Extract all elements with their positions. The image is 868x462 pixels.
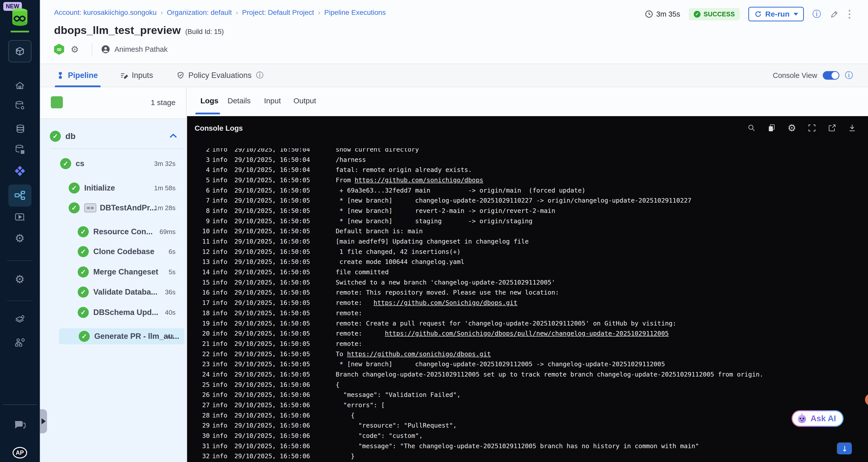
log-tab-logs[interactable]: Logs	[200, 87, 218, 114]
app-root: NEW	[0, 0, 868, 462]
execution-tabbar: Pipeline Inputs Policy Evaluations ⓘ Con…	[40, 64, 868, 87]
step-duration: 3m 32s	[154, 160, 176, 168]
step-group-icon	[84, 203, 96, 212]
log-line: 17info29/10/2025, 16:50:05remote: https:…	[192, 298, 868, 308]
edit-pencil-icon[interactable]	[830, 9, 839, 19]
log-line-number: 30	[192, 432, 210, 439]
tree-item-label: Validate Databa...	[93, 288, 157, 297]
tree-item[interactable]: ✓cs3m 32s	[40, 156, 186, 172]
log-line: 4info29/10/2025, 16:50:04fatal: remote o…	[192, 165, 868, 175]
chevron-up-icon[interactable]	[169, 133, 177, 139]
log-timestamp: 29/10/2025, 16:50:05	[234, 218, 310, 225]
fullscreen-icon[interactable]	[807, 123, 817, 133]
log-timestamp: 29/10/2025, 16:50:05	[234, 187, 310, 194]
tree-item-label: cs	[76, 159, 84, 168]
sidebar-item-db-instances[interactable]	[8, 118, 31, 140]
sidebar-item-settings[interactable]: ⚙	[8, 227, 31, 249]
console-settings-icon[interactable]: ⚙	[787, 123, 797, 133]
breadcrumb-pipeline-executions[interactable]: Pipeline Executions	[324, 8, 386, 16]
log-timestamp: 29/10/2025, 16:50:04	[234, 166, 310, 173]
tree-item[interactable]: ✓Clone Codebase6s	[40, 243, 186, 260]
rerun-button[interactable]: Re-run	[748, 7, 804, 21]
step-duration: 6s	[169, 248, 176, 256]
download-icon[interactable]	[847, 123, 857, 133]
harness-dbops-logo-icon[interactable]	[10, 8, 30, 27]
log-line: 3info29/10/2025, 16:50:04/harness	[192, 155, 868, 165]
toggle-knob	[832, 72, 839, 79]
tree-item-label: Merge Changeset	[93, 267, 158, 276]
breadcrumb-separator: ›	[232, 9, 242, 16]
tree-item[interactable]: ✓DBTestAndPr...1m 28s	[40, 200, 186, 216]
log-line-number: 24	[192, 371, 210, 378]
breadcrumb-organization[interactable]: Organization: default	[167, 8, 231, 16]
log-tab-output[interactable]: Output	[293, 87, 316, 114]
tree-item[interactable]: ✓Generate PR - llm_au...4s	[59, 328, 185, 344]
tab-policy-evaluations[interactable]: Policy Evaluations ⓘ	[176, 64, 264, 87]
log-message: Switched to a new branch 'changelog-upda…	[336, 279, 555, 286]
log-message: remote: Create a pull request for 'chang…	[336, 320, 676, 327]
person-avatar-icon	[101, 44, 111, 54]
log-tab-details[interactable]: Details	[227, 87, 251, 114]
open-in-new-icon[interactable]	[827, 123, 837, 133]
user-avatar[interactable]: AP	[12, 447, 27, 459]
breadcrumb: Account: kurosakiichigo.songoku › Organi…	[54, 7, 386, 18]
sidebar-item-pipelines[interactable]	[8, 185, 31, 207]
sidebar-item-db-schemas[interactable]	[8, 138, 31, 160]
tab-inputs[interactable]: Inputs	[120, 64, 153, 87]
sidebar-item-home[interactable]	[8, 75, 31, 97]
log-level: info	[212, 279, 228, 286]
log-line-number: 25	[192, 381, 210, 388]
sidebar-item-organization-settings[interactable]	[8, 331, 31, 354]
log-line-number: 3	[192, 156, 210, 163]
log-link[interactable]: https://github.com/Sonichigo/dbops/pull/…	[385, 330, 669, 337]
breadcrumb-account[interactable]: Account: kurosakiichigo.songoku	[54, 8, 157, 16]
info-icon[interactable]: ⓘ	[256, 70, 264, 80]
log-message: Branch changelog-update-20251029112005 s…	[336, 371, 764, 378]
database-stack-icon	[14, 123, 26, 134]
log-link[interactable]: https://github.com/sonichigo/dbops.git	[347, 351, 491, 358]
nav-sidebar: NEW	[0, 0, 40, 462]
tree-item-label: Resource Con...	[93, 227, 153, 236]
log-scroll-area[interactable]: 2info29/10/2025, 16:50:04show current di…	[192, 148, 868, 462]
log-timestamp: 29/10/2025, 16:50:06	[234, 422, 310, 429]
more-options-menu-icon[interactable]	[848, 9, 851, 20]
step-duration: 69ms	[159, 228, 176, 236]
sidebar-item-module-switcher[interactable]	[8, 160, 31, 182]
gear-icon[interactable]: ⚙	[71, 44, 79, 55]
log-tab-input[interactable]: Input	[264, 87, 281, 114]
tree-item[interactable]: ✓Merge Changeset5s	[40, 264, 186, 280]
log-link[interactable]: https://github.com/sonichigo/dbops	[354, 176, 483, 184]
log-timestamp: 29/10/2025, 16:50:06	[234, 453, 310, 460]
tree-item[interactable]: ✓db	[40, 127, 186, 145]
tree-item[interactable]: ✓DBSchema Upd...40s	[40, 304, 186, 321]
log-line-number: 32	[192, 453, 210, 460]
breadcrumb-project[interactable]: Project: Default Project	[242, 8, 314, 16]
sidebar-item-help[interactable]: ?	[8, 414, 31, 436]
tab-pipeline[interactable]: Pipeline	[56, 64, 98, 87]
tree-item[interactable]: ✓Validate Databa...36s	[40, 284, 186, 300]
tree-item[interactable]: ✓Initialize1m 58s	[40, 180, 186, 196]
log-message: file committed	[336, 268, 389, 276]
ask-ai-button[interactable]: Ask AI	[792, 410, 844, 427]
sidebar-item-db-devops[interactable]	[8, 95, 31, 117]
log-line: 9info29/10/2025, 16:50:05 * [new branch]…	[192, 216, 868, 226]
title-row: dbops_llm_test_preview (Build Id: 15)	[54, 24, 224, 36]
log-line: 22info29/10/2025, 16:50:05To https://git…	[192, 349, 868, 359]
info-icon[interactable]: ⓘ	[812, 8, 821, 20]
search-icon[interactable]	[747, 123, 756, 133]
step-duration: 36s	[165, 288, 176, 296]
refresh-icon	[754, 10, 762, 18]
sidebar-item-deployments-module[interactable]	[8, 40, 31, 62]
scroll-to-bottom-button[interactable]: ↓	[837, 442, 852, 455]
tree-item-label: Clone Codebase	[93, 247, 154, 256]
success-check-icon: ✓	[79, 331, 90, 342]
info-icon[interactable]: ⓘ	[845, 70, 853, 81]
sidebar-item-executions[interactable]	[8, 206, 31, 228]
panel-expand-handle[interactable]	[40, 409, 47, 433]
console-view-toggle[interactable]	[823, 71, 839, 80]
tree-item[interactable]: ✓Resource Con...69ms	[40, 224, 186, 240]
sidebar-item-project-settings[interactable]: ⚙	[8, 268, 31, 290]
copy-icon[interactable]	[767, 123, 776, 133]
sidebar-item-account-resources[interactable]	[8, 308, 31, 331]
log-link[interactable]: https://github.com/Sonichigo/dbops.git	[374, 299, 518, 306]
